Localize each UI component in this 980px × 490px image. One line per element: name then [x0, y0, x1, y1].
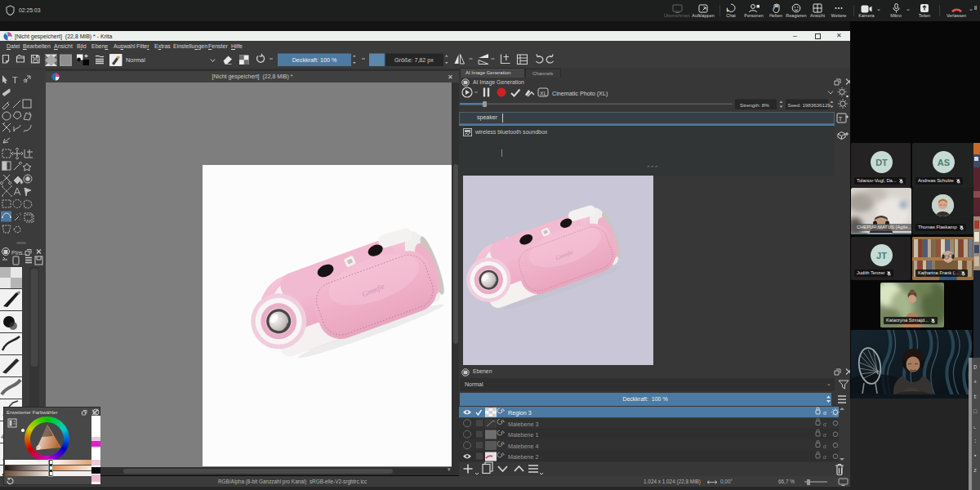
svg-text:Größe: 7,82 px: Größe: 7,82 px — [394, 56, 434, 64]
svg-text:T: T — [12, 75, 18, 85]
svg-text:T: T — [839, 115, 843, 122]
svg-text:Malebene 1: Malebene 1 — [508, 431, 539, 439]
svg-text:Malebene 3: Malebene 3 — [508, 421, 539, 428]
svg-text:Malebene 4: Malebene 4 — [508, 443, 539, 450]
svg-text:Malebene 2: Malebene 2 — [508, 453, 539, 461]
svg-text:XL: XL — [540, 91, 547, 96]
svg-text:⌞: ⌞ — [973, 423, 976, 430]
svg-text:□: □ — [973, 408, 978, 415]
svg-text:Normal: Normal — [126, 56, 145, 64]
svg-text:Cinematic Photo (XL): Cinematic Photo (XL) — [552, 90, 608, 97]
svg-text:D: D — [973, 364, 977, 371]
svg-text:z: z — [973, 467, 977, 474]
svg-text:▪: ▪ — [973, 452, 977, 459]
svg-text:Strength: 8%: Strength: 8% — [740, 102, 769, 108]
svg-text::: : — [973, 438, 977, 444]
svg-text:Deckkraft: 100 %: Deckkraft: 100 % — [292, 56, 337, 64]
svg-text:Region 3: Region 3 — [508, 409, 532, 416]
svg-text:+: + — [973, 379, 977, 385]
svg-text:t: t — [973, 394, 977, 400]
svg-text:Seed: 1983636129: Seed: 1983636129 — [788, 102, 831, 108]
